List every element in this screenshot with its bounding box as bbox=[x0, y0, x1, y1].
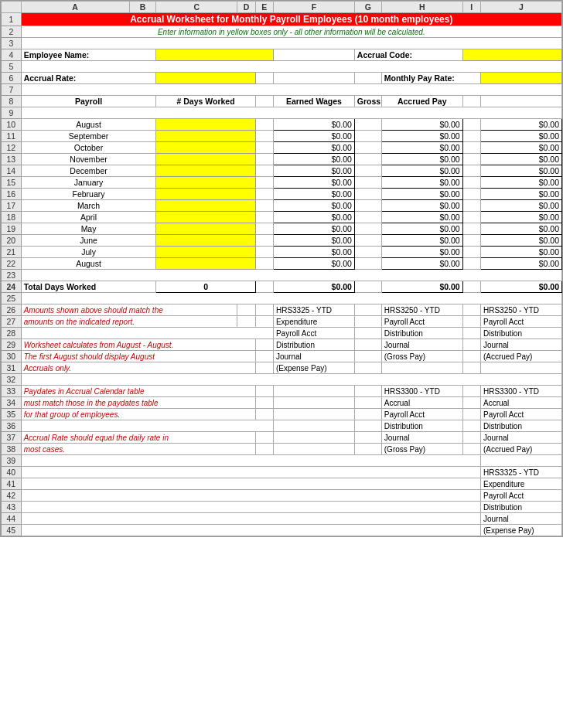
row-4-g bbox=[273, 49, 354, 61]
row-35-g bbox=[354, 409, 381, 420]
days-september-input[interactable] bbox=[156, 131, 255, 142]
row-num-5: 5 bbox=[2, 61, 22, 73]
row-11: 11 September $0.00 $0.00 $0.00 bbox=[2, 131, 562, 142]
row-9-empty bbox=[21, 107, 561, 119]
h29: Journal bbox=[381, 339, 462, 351]
row-num-45: 45 bbox=[2, 525, 22, 536]
gross-april: $0.00 bbox=[381, 212, 462, 223]
row-num-6: 6 bbox=[2, 73, 22, 84]
row-34-e bbox=[255, 397, 273, 409]
row-num-22: 22 bbox=[2, 258, 22, 270]
accrued-december: $0.00 bbox=[480, 165, 561, 177]
days-february-input[interactable] bbox=[156, 189, 255, 200]
row-num-15: 15 bbox=[2, 177, 22, 189]
col-c-header: C bbox=[156, 2, 237, 13]
total-days: 0 bbox=[156, 281, 255, 293]
row-36-empty bbox=[21, 420, 273, 432]
gross-november: $0.00 bbox=[381, 154, 462, 165]
note-35: for that group of employees. bbox=[21, 409, 255, 420]
row-31-i bbox=[462, 362, 480, 374]
row-29-i bbox=[462, 339, 480, 351]
days-october-input[interactable] bbox=[156, 142, 255, 154]
row-32: 32 bbox=[2, 374, 562, 386]
row-7: 7 bbox=[2, 84, 562, 96]
days-april-input[interactable] bbox=[156, 212, 255, 223]
row-11-i bbox=[462, 131, 480, 142]
days-may-input[interactable] bbox=[156, 223, 255, 235]
row-num-28: 28 bbox=[2, 328, 22, 339]
row-26-d bbox=[237, 304, 255, 316]
total-gross: $0.00 bbox=[381, 281, 462, 293]
row-num-39: 39 bbox=[2, 455, 22, 467]
row-44-empty bbox=[21, 513, 480, 525]
row-num-26: 26 bbox=[2, 304, 22, 316]
row-34-f bbox=[273, 397, 354, 409]
gross-pay-header: Gross Pay bbox=[354, 96, 381, 107]
note-26: Amounts shown above should match the bbox=[21, 304, 237, 316]
payroll-header: Payroll bbox=[21, 96, 156, 107]
row-33-f bbox=[273, 386, 354, 397]
monthly-pay-rate-input[interactable] bbox=[480, 73, 561, 84]
row-31-j bbox=[480, 362, 561, 374]
j27: Payroll Acct bbox=[480, 316, 561, 328]
row-28: 28 Payroll Acct Distribution Distributio… bbox=[2, 328, 562, 339]
accrued-pay-header: Accrued Pay bbox=[381, 96, 462, 107]
row-6-f bbox=[273, 73, 354, 84]
row-22-i bbox=[462, 258, 480, 270]
row-27-e bbox=[255, 316, 273, 328]
accrual-code-input[interactable] bbox=[462, 49, 561, 61]
row-num-13: 13 bbox=[2, 154, 22, 165]
days-july-input[interactable] bbox=[156, 247, 255, 258]
earned-january: $0.00 bbox=[273, 177, 354, 189]
row-28-ac bbox=[21, 328, 273, 339]
month-december: December bbox=[21, 165, 156, 177]
row-11-e bbox=[255, 131, 273, 142]
row-num-19: 19 bbox=[2, 223, 22, 235]
row-24-e bbox=[255, 281, 273, 293]
row-12-g bbox=[354, 142, 381, 154]
row-num-33: 33 bbox=[2, 386, 22, 397]
days-march-input[interactable] bbox=[156, 200, 255, 212]
accrual-rate-input[interactable] bbox=[156, 73, 255, 84]
row-num-43: 43 bbox=[2, 502, 22, 513]
days-june-input[interactable] bbox=[156, 235, 255, 247]
subtitle-cell: Enter information in yellow boxes only -… bbox=[21, 26, 561, 38]
col-header-row: A B C D E F G H I J bbox=[2, 2, 562, 13]
j36: Distribution bbox=[480, 420, 561, 432]
days-january-input[interactable] bbox=[156, 177, 255, 189]
row-num-41: 41 bbox=[2, 478, 22, 490]
row-19-e bbox=[255, 223, 273, 235]
row-29: 29 Worksheet calculates from August - Au… bbox=[2, 339, 562, 351]
note-30: The first August should display August bbox=[21, 351, 255, 362]
row-17-i bbox=[462, 200, 480, 212]
row-20-g bbox=[354, 235, 381, 247]
days-november-input[interactable] bbox=[156, 154, 255, 165]
row-3: 3 bbox=[2, 38, 562, 49]
row-num-1: 1 bbox=[2, 13, 22, 26]
row-num-31: 31 bbox=[2, 362, 22, 374]
row-num-34: 34 bbox=[2, 397, 22, 409]
row-35-i bbox=[462, 409, 480, 420]
month-august2: August bbox=[21, 258, 156, 270]
row-18: 18 April $0.00 $0.00 $0.00 bbox=[2, 212, 562, 223]
row-15-g bbox=[354, 177, 381, 189]
days-december-input[interactable] bbox=[156, 165, 255, 177]
f31: (Expense Pay) bbox=[273, 362, 354, 374]
days-august2-input[interactable] bbox=[156, 258, 255, 270]
employee-name-input[interactable] bbox=[156, 49, 273, 61]
days-august-input[interactable] bbox=[156, 119, 255, 131]
row-25-empty bbox=[21, 293, 561, 304]
row-37-i bbox=[462, 432, 480, 444]
row-num-27: 27 bbox=[2, 316, 22, 328]
row-39-j bbox=[480, 455, 561, 467]
j28: Distribution bbox=[480, 328, 561, 339]
h36: Distribution bbox=[381, 420, 462, 432]
row-33-e bbox=[255, 386, 273, 397]
row-num-12: 12 bbox=[2, 142, 22, 154]
row-11-g bbox=[354, 131, 381, 142]
accrued-september: $0.00 bbox=[480, 131, 561, 142]
row-num-36: 36 bbox=[2, 420, 22, 432]
row-26-i bbox=[462, 304, 480, 316]
row-43-empty bbox=[21, 502, 480, 513]
row-num-11: 11 bbox=[2, 131, 22, 142]
